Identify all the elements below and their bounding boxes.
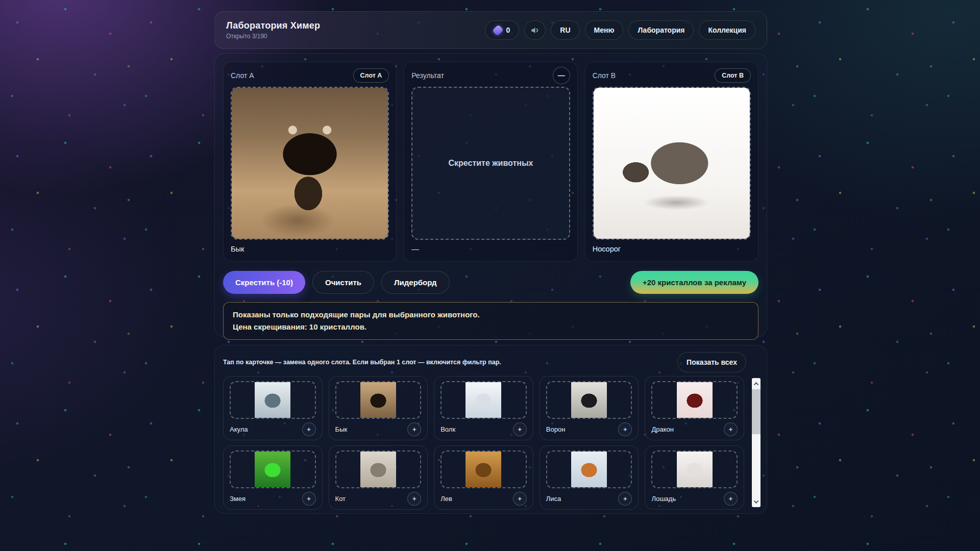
scroll-down-button[interactable] <box>752 497 761 506</box>
add-to-slot-button[interactable]: + <box>302 492 316 506</box>
bull-image <box>360 382 396 418</box>
slot-a-card: Слот A Слот A Бык <box>223 62 397 262</box>
slot-b-animal-name: Носорог <box>593 245 751 255</box>
animal-card-dropzone <box>440 381 527 419</box>
add-to-slot-button[interactable]: + <box>618 422 632 436</box>
animal-card-dropzone <box>230 381 316 419</box>
crystal-balance[interactable]: 0 <box>485 20 520 40</box>
result-placeholder: Скрестите животных <box>448 159 533 168</box>
slot-a-animal-name: Бык <box>231 245 389 255</box>
animal-card[interactable]: Волк + <box>434 376 533 440</box>
animal-name: Змея <box>230 495 246 503</box>
animal-name: Лиса <box>546 495 561 503</box>
wolf-image <box>465 382 501 418</box>
language-button[interactable]: RU <box>551 20 579 40</box>
add-to-slot-button[interactable]: + <box>407 422 421 436</box>
animal-name: Дракон <box>651 425 674 433</box>
bull-image <box>232 88 388 239</box>
lab-panel: Слот A Слот A Бык Результат — Скрестите … <box>214 53 767 337</box>
progress-counter: Открыто 3/190 <box>226 33 320 40</box>
show-all-button[interactable]: Показать всех <box>677 352 746 372</box>
tab-laboratory[interactable]: Лаборатория <box>628 20 694 40</box>
header-bar: Лаборатория Химер Открыто 3/190 0 RU Мен… <box>214 11 767 49</box>
animal-name: Бык <box>335 425 348 433</box>
animal-card[interactable]: Бык + <box>329 376 428 440</box>
animal-card-dropzone <box>546 381 632 419</box>
app-title-block: Лаборатория Химер Открыто 3/190 <box>226 20 320 40</box>
leaderboard-button[interactable]: Лидерборд <box>381 271 450 294</box>
add-to-slot-button[interactable]: + <box>513 422 527 436</box>
add-to-slot-button[interactable]: + <box>724 422 738 436</box>
clear-button[interactable]: Очистить <box>312 271 374 294</box>
animal-card[interactable]: Ворон + <box>540 376 639 440</box>
slot-a-dropzone[interactable] <box>231 87 389 240</box>
animal-card[interactable]: Акула + <box>223 376 323 440</box>
animal-card[interactable]: Кот + <box>329 445 428 510</box>
animal-name: Ворон <box>546 425 566 433</box>
animal-card-dropzone <box>335 450 422 488</box>
chevron-down-icon <box>754 498 759 504</box>
animal-card-dropzone <box>440 450 527 488</box>
animal-card-dropzone <box>335 381 422 419</box>
breed-button[interactable]: Скрестить (-10) <box>223 271 305 294</box>
crystal-count: 0 <box>506 26 510 34</box>
scrollbar-thumb[interactable] <box>752 389 761 434</box>
result-card: Результат — Скрестите животных — <box>404 62 577 262</box>
pairs-notice: Показаны только подходящие пары для выбр… <box>223 302 758 340</box>
add-to-slot-button[interactable]: + <box>407 492 421 506</box>
collection-hint: Тап по карточке — замена одного слота. Е… <box>223 359 501 366</box>
cat-image <box>360 452 396 487</box>
add-to-slot-button[interactable]: + <box>724 492 738 506</box>
slot-a-title: Слот A <box>231 71 254 80</box>
result-title: Результат <box>411 71 444 80</box>
sound-toggle-button[interactable] <box>524 20 546 40</box>
tab-collection[interactable]: Коллекция <box>699 20 755 40</box>
app-title: Лаборатория Химер <box>226 20 320 31</box>
reward-ad-button[interactable]: +20 кристаллов за рекламу <box>630 271 758 294</box>
animal-name: Лошадь <box>651 495 676 503</box>
collection-panel: Тап по карточке — замена одного слота. Е… <box>214 345 767 514</box>
animal-card-dropzone <box>651 381 738 419</box>
result-caption: — <box>411 245 570 255</box>
shark-image <box>255 382 290 418</box>
animal-name: Акула <box>230 425 248 433</box>
animal-card-dropzone <box>230 450 316 488</box>
animal-card-dropzone <box>651 450 738 488</box>
result-status-badge: — <box>553 67 570 84</box>
animal-card-dropzone <box>546 450 632 488</box>
menu-button[interactable]: Меню <box>585 20 624 40</box>
slot-b-title: Слот B <box>593 71 616 80</box>
snake-image <box>255 452 290 487</box>
notice-line-2: Цена скрещивания: 10 кристаллов. <box>233 321 749 333</box>
header-controls: 0 RU Меню Лаборатория Коллекция <box>485 20 755 40</box>
slot-b-card: Слот B Слот B Носорог <box>585 62 758 262</box>
animal-card[interactable]: Лиса + <box>540 445 639 510</box>
raven-image <box>571 382 607 418</box>
slot-b-dropzone[interactable] <box>593 87 751 240</box>
animal-card[interactable]: Лошадь + <box>645 445 744 510</box>
slot-a-badge[interactable]: Слот A <box>353 68 389 83</box>
result-dropzone: Скрестите животных <box>411 87 570 240</box>
scroll-up-button[interactable] <box>752 379 761 388</box>
notice-line-1: Показаны только подходящие пары для выбр… <box>233 309 749 321</box>
add-to-slot-button[interactable]: + <box>618 492 632 506</box>
add-to-slot-button[interactable]: + <box>302 422 316 436</box>
animal-name: Лев <box>440 495 452 503</box>
animal-card[interactable]: Дракон + <box>645 376 744 440</box>
add-to-slot-button[interactable]: + <box>513 492 527 506</box>
chevron-up-icon <box>754 382 759 387</box>
animal-card-grid: Акула + Бык + Волк + Ворон + <box>223 376 744 510</box>
horse-image <box>677 452 713 487</box>
slot-b-badge[interactable]: Слот B <box>715 68 751 83</box>
animal-name: Кот <box>335 495 346 503</box>
rhino-image <box>594 88 750 239</box>
scrollbar[interactable] <box>752 378 761 507</box>
slots-row: Слот A Слот A Бык Результат — Скрестите … <box>223 62 758 262</box>
lion-image <box>465 452 501 487</box>
animal-card[interactable]: Лев + <box>434 445 533 510</box>
speaker-icon <box>530 26 540 35</box>
animal-name: Волк <box>440 425 455 433</box>
actions-row: Скрестить (-10) Очистить Лидерборд +20 к… <box>223 271 758 294</box>
animal-card[interactable]: Змея + <box>223 445 323 510</box>
gem-icon <box>492 24 504 36</box>
